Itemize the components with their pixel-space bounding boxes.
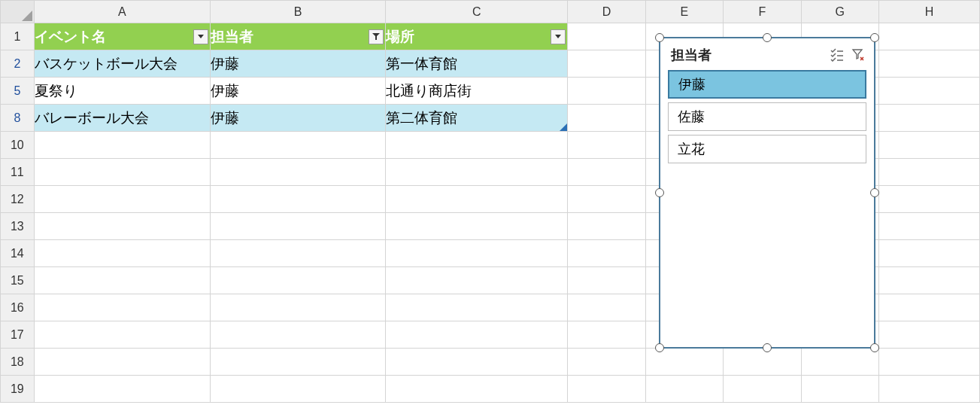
cell[interactable] bbox=[568, 376, 645, 403]
col-header-H[interactable]: H bbox=[879, 1, 980, 23]
cell[interactable] bbox=[211, 240, 386, 267]
cell[interactable] bbox=[386, 240, 568, 267]
cell[interactable] bbox=[34, 159, 210, 186]
resize-handle[interactable] bbox=[870, 188, 879, 197]
select-all-corner[interactable] bbox=[1, 1, 35, 23]
slicer-item[interactable]: 佐藤 bbox=[668, 102, 866, 131]
cell[interactable] bbox=[879, 240, 980, 267]
cell-event[interactable]: 夏祭り bbox=[34, 78, 210, 105]
row-header[interactable]: 13 bbox=[1, 213, 35, 240]
cell[interactable] bbox=[879, 23, 980, 50]
cell[interactable] bbox=[386, 267, 568, 294]
row-header[interactable]: 5 bbox=[1, 78, 35, 105]
cell[interactable] bbox=[211, 132, 386, 159]
col-header-G[interactable]: G bbox=[801, 1, 879, 23]
cell[interactable] bbox=[34, 213, 210, 240]
col-header-B[interactable]: B bbox=[211, 1, 386, 23]
cell[interactable] bbox=[724, 349, 801, 376]
cell[interactable] bbox=[386, 294, 568, 321]
cell[interactable] bbox=[568, 213, 645, 240]
resize-handle[interactable] bbox=[870, 343, 879, 352]
resize-handle[interactable] bbox=[655, 188, 664, 197]
cell-person[interactable]: 伊藤 bbox=[211, 78, 386, 105]
cell[interactable] bbox=[386, 186, 568, 213]
slicer-item[interactable]: 伊藤 bbox=[668, 70, 866, 99]
cell[interactable] bbox=[879, 349, 980, 376]
resize-handle[interactable] bbox=[655, 33, 664, 42]
col-header-C[interactable]: C bbox=[386, 1, 568, 23]
cell[interactable] bbox=[568, 349, 645, 376]
cell[interactable] bbox=[568, 294, 645, 321]
row-header[interactable]: 14 bbox=[1, 240, 35, 267]
cell-event[interactable]: バレーボール大会 bbox=[34, 105, 210, 132]
row-header[interactable]: 2 bbox=[1, 50, 35, 78]
cell[interactable] bbox=[34, 376, 210, 403]
cell[interactable] bbox=[724, 376, 801, 403]
cell[interactable] bbox=[879, 376, 980, 403]
filter-button[interactable] bbox=[193, 29, 208, 44]
resize-handle[interactable] bbox=[763, 343, 772, 352]
table-header-person[interactable]: 担当者 bbox=[211, 23, 386, 50]
cell[interactable] bbox=[568, 23, 645, 50]
row-header[interactable]: 18 bbox=[1, 349, 35, 376]
cell[interactable] bbox=[879, 267, 980, 294]
cell[interactable] bbox=[645, 349, 723, 376]
cell[interactable] bbox=[34, 186, 210, 213]
cell[interactable] bbox=[879, 186, 980, 213]
col-header-D[interactable]: D bbox=[568, 1, 645, 23]
cell[interactable] bbox=[568, 267, 645, 294]
cell[interactable] bbox=[568, 186, 645, 213]
cell-event[interactable]: バスケットボール大会 bbox=[34, 50, 210, 78]
row-header[interactable]: 1 bbox=[1, 23, 35, 50]
cell[interactable] bbox=[386, 376, 568, 403]
cell[interactable] bbox=[34, 267, 210, 294]
cell[interactable] bbox=[34, 349, 210, 376]
table-header-event[interactable]: イベント名 bbox=[34, 23, 210, 50]
cell[interactable] bbox=[568, 132, 645, 159]
cell-place[interactable]: 北通り商店街 bbox=[386, 78, 568, 105]
table-header-place[interactable]: 場所 bbox=[386, 23, 568, 50]
cell[interactable] bbox=[211, 349, 386, 376]
table-resize-handle[interactable] bbox=[560, 123, 567, 131]
row-header[interactable]: 16 bbox=[1, 294, 35, 321]
row-header[interactable]: 10 bbox=[1, 132, 35, 159]
cell[interactable] bbox=[211, 294, 386, 321]
cell[interactable] bbox=[568, 78, 645, 105]
multiselect-icon[interactable] bbox=[829, 47, 845, 63]
cell[interactable] bbox=[879, 213, 980, 240]
cell-place[interactable]: 第二体育館 bbox=[386, 105, 568, 132]
cell[interactable] bbox=[34, 294, 210, 321]
cell[interactable] bbox=[879, 132, 980, 159]
cell[interactable] bbox=[211, 186, 386, 213]
cell[interactable] bbox=[211, 376, 386, 403]
cell[interactable] bbox=[386, 159, 568, 186]
cell[interactable] bbox=[879, 294, 980, 321]
slicer-panel[interactable]: 担当者 伊藤 佐藤 立花 bbox=[659, 37, 875, 349]
col-header-A[interactable]: A bbox=[34, 1, 210, 23]
cell[interactable] bbox=[34, 321, 210, 349]
cell[interactable] bbox=[801, 376, 879, 403]
cell[interactable] bbox=[211, 213, 386, 240]
row-header[interactable]: 12 bbox=[1, 186, 35, 213]
cell-place[interactable]: 第一体育館 bbox=[386, 50, 568, 78]
resize-handle[interactable] bbox=[870, 33, 879, 42]
cell-person[interactable]: 伊藤 bbox=[211, 105, 386, 132]
filter-button-active[interactable] bbox=[369, 29, 384, 44]
cell[interactable] bbox=[568, 321, 645, 349]
filter-button[interactable] bbox=[551, 29, 566, 44]
cell[interactable] bbox=[879, 159, 980, 186]
clear-filter-icon[interactable] bbox=[850, 47, 866, 63]
col-header-E[interactable]: E bbox=[645, 1, 723, 23]
cell[interactable] bbox=[568, 50, 645, 78]
row-header[interactable]: 17 bbox=[1, 321, 35, 349]
cell[interactable] bbox=[568, 105, 645, 132]
cell[interactable] bbox=[34, 132, 210, 159]
resize-handle[interactable] bbox=[655, 343, 664, 352]
slicer-item[interactable]: 立花 bbox=[668, 135, 866, 163]
cell[interactable] bbox=[211, 267, 386, 294]
cell[interactable] bbox=[879, 105, 980, 132]
col-header-F[interactable]: F bbox=[724, 1, 801, 23]
cell[interactable] bbox=[211, 321, 386, 349]
cell[interactable] bbox=[34, 240, 210, 267]
cell[interactable] bbox=[386, 132, 568, 159]
